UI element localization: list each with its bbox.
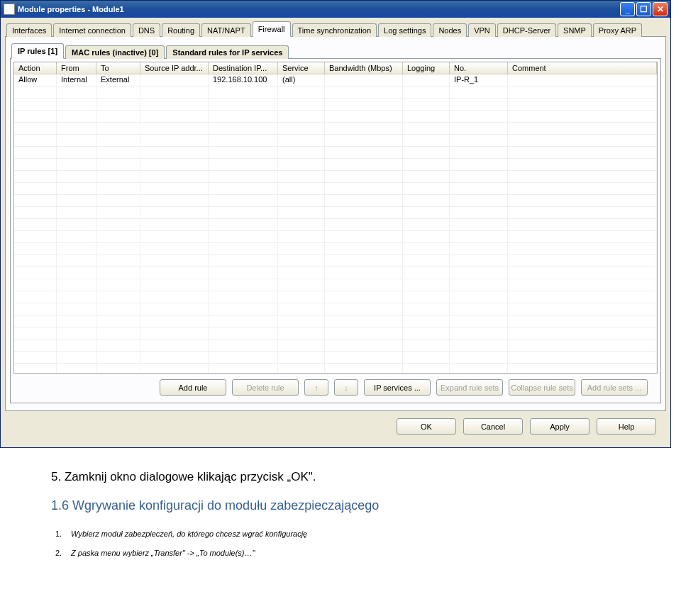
tab-proxy-arp[interactable]: Proxy ARP	[593, 23, 642, 37]
table-row[interactable]: AllowInternalExternal192.168.10.100(all)…	[14, 74, 657, 86]
cell-from	[57, 86, 96, 98]
table-row[interactable]	[14, 207, 657, 219]
module-properties-window: Module properties - Module1 _ ☐ ✕ Interf…	[0, 0, 671, 448]
minimize-button[interactable]: _	[620, 2, 635, 16]
table-row[interactable]	[14, 111, 657, 123]
sub-tab-1[interactable]: MAC rules (inactive) [0]	[65, 45, 165, 59]
table-row[interactable]	[14, 291, 657, 303]
apply-button[interactable]: Apply	[530, 418, 589, 435]
cell-from	[57, 255, 96, 267]
table-row[interactable]	[14, 99, 657, 111]
cell-svc	[278, 279, 325, 291]
sub-tab-2[interactable]: Standard rules for IP services	[166, 45, 289, 59]
close-button[interactable]: ✕	[653, 2, 668, 16]
firewall-sub-tab-strip: IP rules [1]MAC rules (inactive) [0]Stan…	[10, 43, 661, 58]
cell-cmt	[508, 231, 657, 242]
app-icon	[4, 4, 15, 15]
table-row[interactable]	[14, 159, 657, 171]
ip-rules-table[interactable]: Action From To Source IP addr... Destina…	[13, 62, 658, 374]
table-row[interactable]	[14, 364, 657, 374]
maximize-button[interactable]: ☐	[636, 2, 651, 16]
table-body: AllowInternalExternal192.168.10.100(all)…	[14, 74, 657, 374]
table-row[interactable]	[14, 303, 657, 315]
tab-firewall[interactable]: Firewall	[253, 21, 291, 37]
cell-action	[14, 171, 57, 182]
add-rule-sets-button[interactable]: Add rule sets ...	[581, 379, 648, 396]
table-row[interactable]	[14, 327, 657, 340]
sub-tab-0[interactable]: IP rules [1]	[11, 43, 64, 59]
tab-interfaces[interactable]: Interfaces	[6, 23, 52, 37]
cell-from	[57, 267, 96, 279]
cell-action	[14, 279, 57, 291]
cell-to	[96, 171, 140, 182]
tab-dhcp-server[interactable]: DHCP-Server	[497, 23, 556, 37]
titlebar[interactable]: Module properties - Module1 _ ☐ ✕	[1, 1, 670, 18]
cell-src	[140, 303, 209, 315]
cell-to	[96, 231, 140, 242]
tab-routing[interactable]: Routing	[162, 23, 200, 37]
col-bandwidth[interactable]: Bandwidth (Mbps)	[325, 62, 403, 74]
col-destination-ip[interactable]: Destination IP...	[209, 62, 278, 74]
cell-from	[57, 327, 96, 339]
cell-to: External	[96, 74, 140, 86]
col-no[interactable]: No.	[450, 62, 508, 74]
table-row[interactable]	[14, 279, 657, 291]
tab-vpn[interactable]: VPN	[468, 23, 496, 37]
col-logging[interactable]: Logging	[403, 62, 450, 74]
col-from[interactable]: From	[57, 62, 96, 74]
table-row[interactable]	[14, 340, 657, 352]
table-row[interactable]	[14, 352, 657, 364]
col-comment[interactable]: Comment	[508, 62, 657, 74]
table-row[interactable]	[14, 183, 657, 195]
table-row[interactable]	[14, 171, 657, 183]
delete-rule-button[interactable]: Delete rule	[232, 379, 299, 396]
table-row[interactable]	[14, 255, 657, 267]
tab-nodes[interactable]: Nodes	[433, 23, 467, 37]
col-to[interactable]: To	[96, 62, 140, 74]
table-row[interactable]	[14, 231, 657, 243]
col-service[interactable]: Service	[278, 62, 325, 74]
cell-to	[96, 159, 140, 170]
cell-log	[403, 315, 450, 327]
cell-dst	[209, 279, 278, 291]
cell-from	[57, 183, 96, 194]
cell-no	[450, 147, 508, 158]
ip-services-button[interactable]: IP services ...	[364, 379, 431, 396]
cell-cmt	[508, 340, 657, 351]
tab-snmp[interactable]: SNMP	[558, 23, 592, 37]
add-rule-button[interactable]: Add rule	[160, 379, 226, 396]
table-row[interactable]	[14, 147, 657, 159]
tab-dns[interactable]: DNS	[133, 23, 160, 37]
table-row[interactable]	[14, 195, 657, 207]
cell-svc	[278, 135, 325, 146]
cell-to	[96, 123, 140, 134]
move-down-button[interactable]	[334, 379, 358, 396]
tab-nat-napt[interactable]: NAT/NAPT	[201, 23, 251, 37]
table-row[interactable]	[14, 86, 657, 99]
cell-svc	[278, 291, 325, 303]
tab-internet-connection[interactable]: Internet connection	[53, 23, 131, 37]
table-row[interactable]	[14, 123, 657, 135]
cell-svc	[278, 315, 325, 327]
table-row[interactable]	[14, 219, 657, 231]
col-source-ip[interactable]: Source IP addr...	[140, 62, 209, 74]
move-up-button[interactable]	[304, 379, 328, 396]
cell-no	[450, 303, 508, 315]
help-button[interactable]: Help	[597, 418, 656, 435]
cancel-button[interactable]: Cancel	[463, 418, 523, 435]
col-action[interactable]: Action	[14, 62, 57, 74]
table-row[interactable]	[14, 243, 657, 255]
table-row[interactable]	[14, 267, 657, 279]
tab-log-settings[interactable]: Log settings	[378, 23, 431, 37]
collapse-rule-sets-button[interactable]: Collapse rule sets	[509, 379, 575, 396]
cell-action	[14, 303, 57, 315]
table-row[interactable]	[14, 135, 657, 147]
expand-rule-sets-button[interactable]: Expand rule sets	[436, 379, 503, 396]
window-buttons: _ ☐ ✕	[620, 2, 668, 16]
cell-no	[450, 159, 508, 170]
cell-from	[57, 340, 96, 351]
cell-src	[140, 291, 209, 303]
ok-button[interactable]: OK	[397, 418, 456, 435]
tab-time-synchronization[interactable]: Time synchronization	[292, 23, 377, 37]
table-row[interactable]	[14, 315, 657, 327]
